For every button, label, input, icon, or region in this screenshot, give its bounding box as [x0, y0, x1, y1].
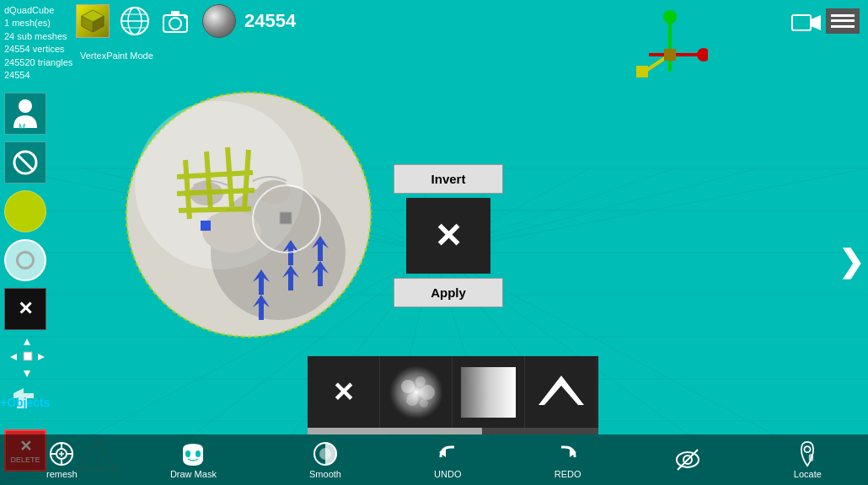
mesh-count: 1 mesh(es) [4, 17, 72, 29]
svg-point-84 [401, 380, 415, 393]
mode-label: VertexPaint Mode [80, 51, 153, 61]
svg-marker-77 [24, 370, 30, 377]
menu-line [831, 14, 855, 17]
brush-preview-x: ✕ [406, 198, 490, 274]
svg-point-86 [420, 385, 435, 400]
smooth-nav-item[interactable]: Smooth [309, 440, 341, 479]
svg-rect-62 [792, 15, 811, 30]
svg-rect-47 [280, 212, 292, 224]
camera-icon[interactable] [160, 4, 194, 38]
3d-model[interactable] [110, 84, 396, 345]
apply-button[interactable]: Apply [394, 278, 503, 307]
triangles: 245520 triangles [4, 56, 72, 69]
svg-marker-78 [10, 354, 17, 360]
hamburger-menu[interactable] [826, 8, 860, 34]
svg-point-59 [169, 18, 181, 29]
chevron-brush-item[interactable] [525, 356, 597, 428]
sphere-preview[interactable] [202, 4, 236, 38]
top-toolbar: 24554 [76, 4, 296, 38]
svg-rect-70 [664, 49, 676, 61]
svg-point-88 [420, 399, 428, 408]
progress-fill [308, 428, 482, 434]
svg-rect-60 [171, 11, 179, 16]
svg-point-61 [184, 15, 187, 19]
left-toolbar: M ✕ [4, 93, 46, 330]
remesh-label: remesh [46, 469, 78, 479]
transform-tool-button[interactable] [8, 337, 46, 382]
svg-point-99 [185, 450, 190, 457]
vertex-id: 24554 [4, 69, 72, 82]
video-camera-icon[interactable] [791, 13, 822, 40]
invert-button[interactable]: Invert [394, 164, 503, 194]
svg-line-38 [179, 209, 251, 211]
bottom-navigation: remesh Draw Mask Smooth [0, 434, 868, 485]
brush-panel: ✕ [308, 356, 598, 434]
x-brush-button[interactable]: ✕ [4, 288, 46, 330]
svg-line-37 [177, 190, 255, 194]
svg-marker-76 [24, 338, 30, 345]
svg-rect-45 [201, 221, 211, 231]
x-brush-item[interactable]: ✕ [308, 356, 380, 428]
draw-mask-label: Draw Mask [170, 469, 217, 479]
svg-rect-75 [24, 352, 32, 360]
person-tool-button[interactable]: M [4, 93, 46, 135]
hide-show-nav-item[interactable] [674, 446, 701, 473]
undo-label: UNDO [434, 469, 461, 479]
right-arrow-button[interactable]: ❯ [839, 244, 864, 280]
cloud-brush-item[interactable] [380, 356, 453, 428]
globe-icon[interactable] [118, 4, 152, 38]
locate-nav-item[interactable]: Locate [794, 440, 822, 479]
svg-rect-69 [636, 66, 648, 77]
draw-mask-nav-item[interactable]: Draw Mask [170, 440, 217, 479]
object-info: dQuadCube 1 mesh(es) 24 sub meshes 24554… [4, 4, 72, 82]
ring-brush-button[interactable] [4, 239, 46, 281]
menu-line [831, 19, 855, 22]
svg-point-67 [697, 48, 708, 61]
svg-marker-63 [811, 15, 821, 30]
svg-point-100 [196, 450, 201, 457]
svg-point-85 [415, 376, 426, 386]
vertex-count: 24554 [244, 10, 296, 32]
svg-rect-109 [809, 454, 813, 461]
locate-label: Locate [794, 469, 822, 479]
viewport[interactable]: dQuadCube 1 mesh(es) 24 sub meshes 24554… [0, 0, 868, 485]
redo-nav-item[interactable]: REDO [555, 440, 581, 479]
remesh-nav-item[interactable]: remesh [46, 440, 78, 479]
no-symbol-tool-button[interactable] [4, 141, 46, 184]
svg-line-74 [17, 154, 34, 171]
brush-row: ✕ [308, 356, 598, 428]
svg-point-87 [406, 394, 418, 406]
svg-marker-90 [538, 376, 584, 405]
svg-rect-89 [461, 367, 516, 418]
invert-apply-panel: Invert ✕ Apply [394, 164, 503, 307]
svg-point-108 [805, 446, 811, 452]
gradient-brush-item[interactable] [453, 356, 525, 428]
svg-point-71 [19, 99, 32, 113]
svg-text:M: M [19, 123, 25, 129]
vertices: 24554 vertices [4, 43, 72, 56]
svg-marker-79 [38, 354, 45, 360]
add-objects-button[interactable]: +Objects [0, 396, 51, 409]
circle-brush-button[interactable] [4, 190, 46, 232]
redo-label: REDO [555, 469, 581, 479]
axes-gizmo [716, 8, 784, 76]
brush-progress-bar[interactable] [308, 428, 598, 434]
svg-point-83 [389, 365, 443, 419]
svg-point-31 [257, 180, 291, 204]
app-title: dQuadCube [4, 4, 72, 17]
svg-point-65 [663, 10, 677, 24]
add-objects-label: +Objects [0, 396, 51, 409]
cube-icon[interactable] [76, 4, 110, 38]
sub-meshes: 24 sub meshes [4, 30, 72, 43]
menu-line [831, 25, 855, 28]
x-symbol: ✕ [434, 216, 463, 255]
undo-nav-item[interactable]: UNDO [434, 440, 461, 479]
smooth-label: Smooth [309, 469, 341, 479]
